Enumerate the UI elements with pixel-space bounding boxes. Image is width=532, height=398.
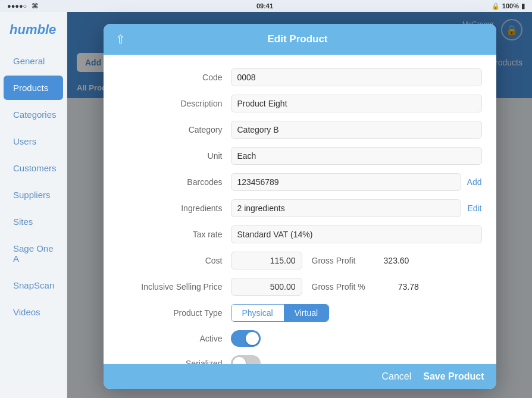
description-label: Description (118, 99, 231, 108)
ingredients-label: Ingredients (118, 203, 231, 213)
save-product-button[interactable]: Save Product (423, 371, 484, 382)
sidebar: humble General Products Categories Users… (0, 12, 67, 398)
serialized-thumb (233, 357, 246, 364)
main-content: McGregor humble Till 🔒 Add Product 10 pr… (67, 12, 532, 398)
sidebar-item-snapscan[interactable]: SnapScan (4, 273, 63, 297)
modal-header: ⇧ Edit Product (104, 24, 496, 55)
gp-value: 323.60 (361, 256, 409, 265)
cancel-button[interactable]: Cancel (381, 371, 411, 382)
serialized-label: Serialized (118, 359, 231, 364)
category-label: Category (118, 125, 231, 134)
status-left: ●●●●○ ⌘ (7, 2, 38, 10)
wifi-icon: ⌘ (32, 2, 38, 10)
sidebar-item-sites[interactable]: Sites (4, 209, 63, 234)
isp-value[interactable]: 500.00 (231, 278, 302, 296)
category-row: Category Category B (104, 117, 496, 143)
active-toggle[interactable] (231, 330, 261, 347)
cost-label: Cost (118, 256, 231, 265)
sidebar-item-general[interactable]: General (4, 49, 63, 73)
battery-level: 100% (502, 2, 519, 10)
gppct-label: Gross Profit % (312, 282, 371, 292)
description-row: Description Product Eight (104, 90, 496, 117)
sidebar-item-sageone[interactable]: Sage One A (4, 236, 63, 271)
serialized-row: Serialized (104, 351, 496, 364)
modal-footer: Cancel Save Product (104, 364, 496, 389)
product-type-label: Product Type (118, 308, 231, 318)
product-type-row: Product Type Physical Virtual (104, 300, 496, 326)
status-right: 🔒 100% ▮ (492, 2, 525, 10)
code-value[interactable]: 0008 (231, 68, 482, 86)
gp-section: Gross Profit 323.60 (302, 256, 482, 265)
isp-section: Inclusive Selling Price 500.00 (118, 278, 302, 296)
type-virtual-button[interactable]: Virtual (284, 305, 328, 321)
description-value[interactable]: Product Eight (231, 95, 482, 112)
barcodes-value[interactable]: 123456789 (231, 173, 461, 191)
unit-row: Unit Each (104, 143, 496, 169)
sidebar-item-customers[interactable]: Customers (4, 156, 63, 180)
app-container: humble General Products Categories Users… (0, 12, 532, 398)
serialized-toggle[interactable] (231, 355, 261, 364)
unit-label: Unit (118, 151, 231, 161)
ingredients-edit-button[interactable]: Edit (467, 203, 481, 213)
code-label: Code (118, 73, 231, 82)
battery-icon: ▮ (521, 2, 525, 10)
sidebar-item-suppliers[interactable]: Suppliers (4, 183, 63, 207)
modal-title: Edit Product (126, 33, 470, 45)
barcodes-row: Barcodes 123456789 Add (104, 169, 496, 195)
carrier-dots: ●●●●○ (7, 2, 27, 10)
modal-share-icon[interactable]: ⇧ (115, 32, 126, 46)
edit-product-modal: ⇧ Edit Product Code 0008 Description Pro… (104, 24, 496, 389)
status-time: 09:41 (256, 2, 273, 10)
sidebar-item-users[interactable]: Users (4, 129, 63, 153)
cost-section: Cost 115.00 (118, 252, 302, 269)
ingredients-value[interactable]: 2 ingredients (231, 199, 462, 217)
ingredients-row: Ingredients 2 ingredients Edit (104, 195, 496, 221)
unit-value[interactable]: Each (231, 147, 482, 165)
sidebar-item-products[interactable]: Products (4, 76, 63, 100)
lock-status-icon: 🔒 (492, 2, 500, 10)
isp-gppct-row: Inclusive Selling Price 500.00 Gross Pro… (104, 274, 496, 300)
taxrate-row: Tax rate Standard VAT (14%) (104, 221, 496, 247)
isp-label: Inclusive Selling Price (118, 282, 231, 292)
taxrate-value[interactable]: Standard VAT (14%) (231, 225, 482, 243)
code-row: Code 0008 (104, 64, 496, 90)
active-row: Active (104, 326, 496, 351)
gp-label: Gross Profit (312, 256, 362, 265)
status-bar: ●●●●○ ⌘ 09:41 🔒 100% ▮ (0, 0, 532, 12)
barcodes-add-button[interactable]: Add (467, 177, 482, 187)
active-thumb (246, 332, 259, 345)
product-type-toggle[interactable]: Physical Virtual (231, 304, 330, 322)
type-physical-button[interactable]: Physical (231, 305, 284, 321)
barcodes-label: Barcodes (118, 177, 231, 187)
sidebar-item-categories[interactable]: Categories (4, 102, 63, 127)
taxrate-label: Tax rate (118, 230, 231, 239)
gppct-value: 73.78 (371, 282, 419, 292)
cost-value[interactable]: 115.00 (231, 252, 302, 269)
gppct-section: Gross Profit % 73.78 (302, 282, 482, 292)
modal-body: Code 0008 Description Product Eight Cate… (104, 55, 496, 364)
app-logo: humble (0, 12, 67, 48)
category-value[interactable]: Category B (231, 121, 482, 139)
cost-gp-row: Cost 115.00 Gross Profit 323.60 (104, 247, 496, 274)
active-label: Active (118, 334, 231, 343)
modal-overlay: ⇧ Edit Product Code 0008 Description Pro… (67, 12, 532, 398)
sidebar-item-videos[interactable]: Videos (4, 300, 63, 324)
